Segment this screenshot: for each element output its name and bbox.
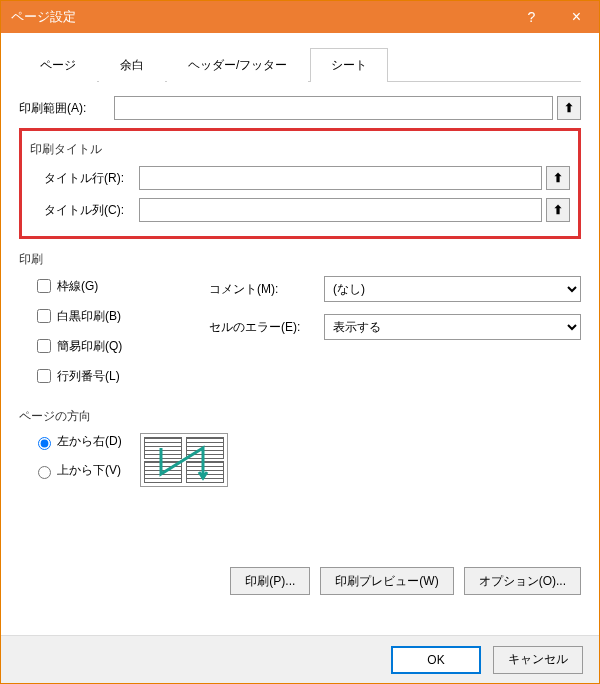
- ok-button[interactable]: OK: [391, 646, 481, 674]
- down-radio[interactable]: [38, 466, 51, 479]
- dialog-title: ページ設定: [11, 8, 509, 26]
- page-order-icon: [140, 433, 228, 487]
- collapse-icon[interactable]: ⬆: [546, 198, 570, 222]
- title-cols-row: タイトル列(C): ⬆: [30, 198, 570, 222]
- print-area-label: 印刷範囲(A):: [19, 100, 114, 117]
- page-order-group: ページの方向 左から右(D) 上から下(V): [19, 408, 581, 487]
- draft-checkbox[interactable]: [37, 339, 51, 353]
- print-area-row: 印刷範囲(A): ⬆: [19, 96, 581, 120]
- draft-label: 簡易印刷(Q): [57, 338, 122, 355]
- comments-label: コメント(M):: [209, 281, 324, 298]
- print-titles-highlight: 印刷タイトル タイトル行(R): ⬆ タイトル列(C): ⬆: [19, 128, 581, 239]
- close-button[interactable]: ×: [554, 1, 599, 33]
- page-order-label: ページの方向: [19, 408, 581, 425]
- errors-select[interactable]: 表示する: [324, 314, 581, 340]
- tabs: ページ 余白 ヘッダー/フッター シート: [19, 48, 581, 82]
- title-rows-row: タイトル行(R): ⬆: [30, 166, 570, 190]
- gridlines-label: 枠線(G): [57, 278, 98, 295]
- dialog-footer: OK キャンセル: [1, 635, 599, 683]
- print-area-input[interactable]: [114, 96, 553, 120]
- page-setup-dialog: ページ設定 ? × ページ 余白 ヘッダー/フッター シート 印刷範囲(A): …: [0, 0, 600, 684]
- print-group: 印刷 枠線(G) 白黒印刷(B) 簡易印刷(Q) 行列番号(L) コメント(M)…: [19, 251, 581, 396]
- tab-headerfooter[interactable]: ヘッダー/フッター: [167, 48, 308, 82]
- errors-label: セルのエラー(E):: [209, 319, 324, 336]
- dialog-content: ページ 余白 ヘッダー/フッター シート 印刷範囲(A): ⬆ 印刷タイトル タ…: [1, 33, 599, 605]
- collapse-icon[interactable]: ⬆: [546, 166, 570, 190]
- tab-margins[interactable]: 余白: [99, 48, 165, 82]
- tab-page[interactable]: ページ: [19, 48, 97, 82]
- cancel-button[interactable]: キャンセル: [493, 646, 583, 674]
- print-group-label: 印刷: [19, 251, 581, 268]
- down-label: 上から下(V): [57, 462, 121, 479]
- tab-sheet[interactable]: シート: [310, 48, 388, 82]
- rowcol-label: 行列番号(L): [57, 368, 120, 385]
- over-label: 左から右(D): [57, 433, 122, 450]
- title-cols-input[interactable]: [139, 198, 542, 222]
- title-rows-label: タイトル行(R):: [44, 170, 139, 187]
- titlebar: ページ設定 ? ×: [1, 1, 599, 33]
- bw-label: 白黒印刷(B): [57, 308, 121, 325]
- bw-checkbox[interactable]: [37, 309, 51, 323]
- preview-button[interactable]: 印刷プレビュー(W): [320, 567, 453, 595]
- rowcol-checkbox[interactable]: [37, 369, 51, 383]
- gridlines-checkbox[interactable]: [37, 279, 51, 293]
- collapse-icon[interactable]: ⬆: [557, 96, 581, 120]
- action-buttons: 印刷(P)... 印刷プレビュー(W) オプション(O)...: [19, 567, 581, 595]
- title-cols-label: タイトル列(C):: [44, 202, 139, 219]
- print-button[interactable]: 印刷(P)...: [230, 567, 310, 595]
- over-radio[interactable]: [38, 437, 51, 450]
- options-button[interactable]: オプション(O)...: [464, 567, 581, 595]
- help-button[interactable]: ?: [509, 1, 554, 33]
- print-titles-group-label: 印刷タイトル: [30, 141, 570, 158]
- title-rows-input[interactable]: [139, 166, 542, 190]
- comments-select[interactable]: (なし): [324, 276, 581, 302]
